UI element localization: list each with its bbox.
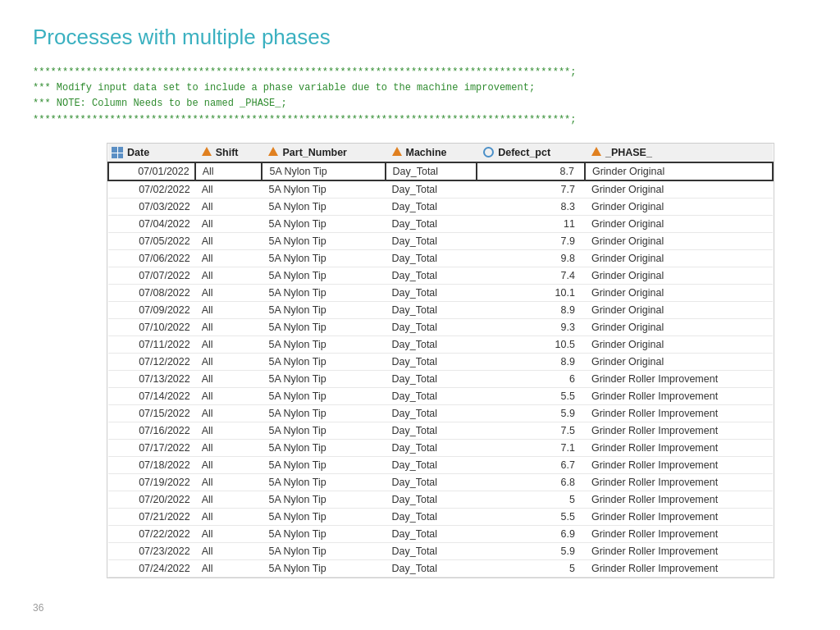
cell-date: 07/12/2022 — [108, 353, 195, 370]
cell-date: 07/15/2022 — [108, 404, 195, 422]
cell-machine: Day_Total — [386, 353, 477, 370]
table-row: 07/05/2022All5A Nylon TipDay_Total7.9Gri… — [108, 232, 773, 249]
table-row: 07/17/2022All5A Nylon TipDay_Total7.1Gri… — [108, 439, 773, 456]
cell-phase: Grinder Original — [585, 336, 773, 353]
cell-shift: All — [195, 404, 262, 422]
table-row: 07/21/2022All5A Nylon TipDay_Total5.5Gri… — [108, 508, 773, 525]
table-row: 07/18/2022All5A Nylon TipDay_Total6.7Gri… — [108, 456, 773, 473]
cell-defect: 5.9 — [477, 542, 585, 559]
cell-machine: Day_Total — [386, 422, 477, 439]
warning-icon-part — [268, 147, 278, 156]
cell-date: 07/03/2022 — [108, 198, 195, 215]
col-header-machine: Machine — [386, 144, 477, 162]
cell-machine: Day_Total — [386, 180, 477, 199]
cell-phase: Grinder Roller Improvement — [585, 525, 773, 542]
cell-machine: Day_Total — [386, 215, 477, 232]
code-line-4: ****************************************… — [33, 112, 807, 128]
table-row: 07/23/2022All5A Nylon TipDay_Total5.9Gri… — [108, 542, 773, 559]
cell-defect: 9.8 — [477, 249, 585, 267]
cell-part: 5A Nylon Tip — [262, 249, 385, 267]
cell-phase: Grinder Roller Improvement — [585, 491, 773, 508]
cell-shift: All — [195, 422, 262, 439]
cell-shift: All — [195, 180, 262, 199]
cell-part: 5A Nylon Tip — [262, 508, 385, 525]
table-row: 07/12/2022All5A Nylon TipDay_Total8.9Gri… — [108, 353, 773, 370]
cell-phase: Grinder Original — [585, 180, 773, 199]
cell-defect: 7.4 — [477, 267, 585, 284]
cell-part: 5A Nylon Tip — [262, 353, 385, 370]
data-table: Date Shift Part_Number — [107, 144, 774, 578]
table-row: 07/02/2022All5A Nylon TipDay_Total7.7Gri… — [108, 180, 773, 199]
cell-machine: Day_Total — [386, 508, 477, 525]
cell-phase: Grinder Roller Improvement — [585, 456, 773, 473]
cell-shift: All — [195, 318, 262, 336]
cell-shift: All — [195, 491, 262, 508]
table-row: 07/19/2022All5A Nylon TipDay_Total6.8Gri… — [108, 473, 773, 491]
cell-shift: All — [195, 370, 262, 387]
cell-phase: Grinder Roller Improvement — [585, 508, 773, 525]
cell-phase: Grinder Original — [585, 284, 773, 301]
table-row: 07/08/2022All5A Nylon TipDay_Total10.1Gr… — [108, 284, 773, 301]
cell-date: 07/21/2022 — [108, 508, 195, 525]
cell-machine: Day_Total — [386, 267, 477, 284]
cell-defect: 7.9 — [477, 232, 585, 249]
cell-phase: Grinder Original — [585, 249, 773, 267]
cell-part: 5A Nylon Tip — [262, 542, 385, 559]
table-row: 07/10/2022All5A Nylon TipDay_Total9.3Gri… — [108, 318, 773, 336]
grid-icon — [112, 147, 123, 158]
cell-date: 07/08/2022 — [108, 284, 195, 301]
table-header-row: Date Shift Part_Number — [108, 144, 773, 162]
globe-icon-defect — [483, 147, 494, 158]
cell-part: 5A Nylon Tip — [262, 559, 385, 577]
warning-icon-machine — [392, 147, 402, 156]
cell-defect: 8.7 — [477, 162, 585, 180]
cell-machine: Day_Total — [386, 404, 477, 422]
cell-phase: Grinder Original — [585, 198, 773, 215]
cell-machine: Day_Total — [386, 559, 477, 577]
table-row: 07/09/2022All5A Nylon TipDay_Total8.9Gri… — [108, 301, 773, 318]
warning-icon-phase — [591, 147, 601, 156]
cell-phase: Grinder Roller Improvement — [585, 387, 773, 404]
col-header-date: Date — [108, 144, 195, 162]
cell-defect: 7.7 — [477, 180, 585, 199]
cell-shift: All — [195, 559, 262, 577]
cell-phase: Grinder Original — [585, 353, 773, 370]
cell-shift: All — [195, 267, 262, 284]
table-row: 07/03/2022All5A Nylon TipDay_Total8.3Gri… — [108, 198, 773, 215]
cell-shift: All — [195, 353, 262, 370]
col-header-phase: _PHASE_ — [585, 144, 773, 162]
cell-date: 07/13/2022 — [108, 370, 195, 387]
cell-date: 07/01/2022 — [108, 162, 195, 180]
cell-defect: 6.9 — [477, 525, 585, 542]
cell-machine: Day_Total — [386, 301, 477, 318]
col-header-part: Part_Number — [262, 144, 385, 162]
cell-date: 07/16/2022 — [108, 422, 195, 439]
cell-date: 07/11/2022 — [108, 336, 195, 353]
cell-phase: Grinder Original — [585, 318, 773, 336]
cell-part: 5A Nylon Tip — [262, 215, 385, 232]
code-line-1: ****************************************… — [33, 65, 807, 80]
cell-defect: 7.1 — [477, 439, 585, 456]
table-row: 07/06/2022All5A Nylon TipDay_Total9.8Gri… — [108, 249, 773, 267]
cell-date: 07/23/2022 — [108, 542, 195, 559]
cell-machine: Day_Total — [386, 336, 477, 353]
cell-phase: Grinder Roller Improvement — [585, 559, 773, 577]
cell-shift: All — [195, 162, 262, 180]
cell-part: 5A Nylon Tip — [262, 301, 385, 318]
col-header-defect: Defect_pct — [477, 144, 585, 162]
cell-machine: Day_Total — [386, 370, 477, 387]
cell-shift: All — [195, 525, 262, 542]
table-row: 07/04/2022All5A Nylon TipDay_Total11Grin… — [108, 215, 773, 232]
cell-part: 5A Nylon Tip — [262, 491, 385, 508]
cell-machine: Day_Total — [386, 318, 477, 336]
cell-part: 5A Nylon Tip — [262, 456, 385, 473]
cell-part: 5A Nylon Tip — [262, 387, 385, 404]
page: Processes with multiple phases *********… — [0, 0, 840, 603]
cell-date: 07/06/2022 — [108, 249, 195, 267]
table-body: 07/01/2022All5A Nylon TipDay_Total8.7Gri… — [108, 162, 773, 578]
cell-machine: Day_Total — [386, 525, 477, 542]
cell-date: 07/22/2022 — [108, 525, 195, 542]
cell-date: 07/07/2022 — [108, 267, 195, 284]
cell-part: 5A Nylon Tip — [262, 284, 385, 301]
cell-part: 5A Nylon Tip — [262, 336, 385, 353]
